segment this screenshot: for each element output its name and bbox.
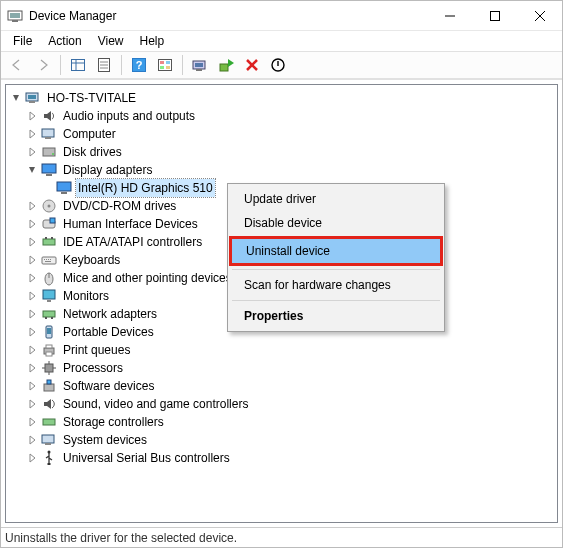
ctx-properties[interactable]: Properties: [230, 304, 442, 328]
expand-icon[interactable]: [26, 254, 38, 266]
tree-category[interactable]: Processors: [8, 359, 555, 377]
svg-rect-58: [51, 317, 53, 319]
svg-rect-70: [47, 380, 51, 384]
device-category-icon: [41, 162, 57, 178]
tree-category[interactable]: System devices: [8, 431, 555, 449]
expand-icon[interactable]: [26, 398, 38, 410]
status-text: Uninstalls the driver for the selected d…: [5, 531, 237, 545]
expand-icon[interactable]: [26, 128, 38, 140]
svg-rect-31: [42, 129, 54, 137]
toolbar: ?: [1, 51, 562, 79]
svg-rect-23: [196, 69, 202, 71]
expand-icon[interactable]: [26, 272, 38, 284]
svg-rect-18: [166, 61, 170, 64]
svg-rect-71: [43, 419, 55, 425]
properties-button[interactable]: [92, 53, 116, 77]
menubar: File Action View Help: [1, 31, 562, 51]
expand-icon[interactable]: [26, 362, 38, 374]
device-category-icon: [41, 432, 57, 448]
disable-button[interactable]: [266, 53, 290, 77]
svg-rect-36: [46, 174, 52, 176]
device-category-icon: [41, 360, 57, 376]
tree-category[interactable]: Display adapters: [8, 161, 555, 179]
expand-icon[interactable]: [26, 164, 38, 176]
svg-rect-44: [45, 237, 47, 239]
menu-view[interactable]: View: [90, 32, 132, 50]
tree-category-label: Computer: [61, 125, 118, 143]
svg-rect-72: [42, 435, 54, 443]
expand-icon[interactable]: [26, 290, 38, 302]
expand-icon[interactable]: [26, 380, 38, 392]
expand-icon[interactable]: [26, 236, 38, 248]
display-adapter-icon: [56, 180, 72, 196]
device-category-icon: [41, 216, 57, 232]
svg-rect-38: [61, 192, 67, 194]
svg-point-40: [48, 205, 51, 208]
forward-button[interactable]: [31, 53, 55, 77]
tree-category-label: DVD/CD-ROM drives: [61, 197, 178, 215]
ctx-separator: [232, 269, 440, 270]
expand-icon[interactable]: [26, 200, 38, 212]
svg-rect-29: [28, 95, 36, 99]
expand-icon[interactable]: [26, 218, 38, 230]
tree-category-label: Universal Serial Bus controllers: [61, 449, 232, 467]
expand-icon[interactable]: [26, 326, 38, 338]
svg-rect-75: [48, 463, 51, 465]
tree-category[interactable]: Storage controllers: [8, 413, 555, 431]
menu-file[interactable]: File: [5, 32, 40, 50]
menu-action[interactable]: Action: [40, 32, 89, 50]
app-icon: [7, 8, 23, 24]
device-category-icon: [41, 342, 57, 358]
back-button[interactable]: [5, 53, 29, 77]
tree-category[interactable]: Audio inputs and outputs: [8, 107, 555, 125]
svg-rect-55: [47, 300, 51, 302]
ctx-update-driver[interactable]: Update driver: [230, 187, 442, 211]
tree-category[interactable]: Universal Serial Bus controllers: [8, 449, 555, 467]
tree-category[interactable]: Software devices: [8, 377, 555, 395]
tree-category-label: Portable Devices: [61, 323, 156, 341]
action-button[interactable]: [153, 53, 177, 77]
maximize-button[interactable]: [472, 1, 517, 30]
svg-rect-4: [490, 11, 499, 20]
expand-icon[interactable]: [26, 416, 38, 428]
device-category-icon: [41, 324, 57, 340]
svg-rect-7: [72, 60, 85, 71]
expand-icon[interactable]: [26, 308, 38, 320]
tree-category-label: Keyboards: [61, 251, 122, 269]
uninstall-button[interactable]: [240, 53, 264, 77]
expand-icon[interactable]: [26, 344, 38, 356]
tree-category-label: Audio inputs and outputs: [61, 107, 197, 125]
svg-rect-54: [43, 290, 55, 299]
help-button[interactable]: ?: [127, 53, 151, 77]
tree-category[interactable]: Disk drives: [8, 143, 555, 161]
svg-rect-47: [44, 259, 45, 260]
device-tree[interactable]: HO-TS-TVITALE Audio inputs and outputsCo…: [5, 84, 558, 523]
tree-category[interactable]: Print queues: [8, 341, 555, 359]
device-category-icon: [41, 414, 57, 430]
tree-root[interactable]: HO-TS-TVITALE: [8, 89, 555, 107]
device-category-icon: [41, 126, 57, 142]
expand-icon[interactable]: [26, 452, 38, 464]
expand-icon[interactable]: [26, 146, 38, 158]
tree-category[interactable]: Sound, video and game controllers: [8, 395, 555, 413]
svg-rect-50: [50, 259, 51, 260]
expand-icon[interactable]: [26, 110, 38, 122]
svg-rect-62: [46, 345, 52, 348]
ctx-disable-device[interactable]: Disable device: [230, 211, 442, 235]
menu-help[interactable]: Help: [132, 32, 173, 50]
ctx-scan-hardware[interactable]: Scan for hardware changes: [230, 273, 442, 297]
tree-category[interactable]: Computer: [8, 125, 555, 143]
svg-rect-49: [48, 259, 49, 260]
scan-hardware-button[interactable]: [188, 53, 212, 77]
update-driver-button[interactable]: [214, 53, 238, 77]
svg-rect-73: [45, 443, 51, 445]
device-category-icon: [41, 396, 57, 412]
tree-category-label: Mice and other pointing devices: [61, 269, 234, 287]
close-button[interactable]: [517, 1, 562, 30]
collapse-icon[interactable]: [10, 92, 22, 104]
highlight-box: Uninstall device: [229, 236, 443, 266]
minimize-button[interactable]: [427, 1, 472, 30]
ctx-uninstall-device[interactable]: Uninstall device: [232, 239, 440, 263]
show-hide-tree-button[interactable]: [66, 53, 90, 77]
expand-icon[interactable]: [26, 434, 38, 446]
